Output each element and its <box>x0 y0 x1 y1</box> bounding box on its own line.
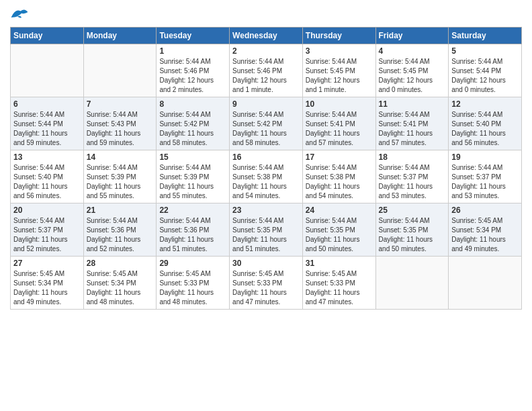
day-info: Sunrise: 5:44 AMSunset: 5:40 PMDaylight:… <box>451 110 519 148</box>
calendar-cell: 16Sunrise: 5:44 AMSunset: 5:38 PMDayligh… <box>230 150 303 203</box>
calendar-cell <box>11 44 84 97</box>
day-info: Sunrise: 5:44 AMSunset: 5:38 PMDaylight:… <box>306 163 373 201</box>
calendar-cell: 13Sunrise: 5:44 AMSunset: 5:40 PMDayligh… <box>11 150 84 203</box>
day-info: Sunrise: 5:44 AMSunset: 5:45 PMDaylight:… <box>306 57 373 95</box>
day-info: Sunrise: 5:44 AMSunset: 5:46 PMDaylight:… <box>159 57 226 95</box>
calendar-cell: 6Sunrise: 5:44 AMSunset: 5:44 PMDaylight… <box>11 97 84 150</box>
day-info: Sunrise: 5:44 AMSunset: 5:45 PMDaylight:… <box>379 57 446 95</box>
calendar-cell: 8Sunrise: 5:44 AMSunset: 5:42 PMDaylight… <box>157 97 230 150</box>
day-number: 4 <box>379 46 446 56</box>
day-info: Sunrise: 5:44 AMSunset: 5:37 PMDaylight:… <box>13 216 81 254</box>
day-number: 24 <box>306 205 373 215</box>
calendar-cell: 24Sunrise: 5:44 AMSunset: 5:35 PMDayligh… <box>302 203 375 257</box>
calendar-cell: 11Sunrise: 5:44 AMSunset: 5:41 PMDayligh… <box>375 97 449 150</box>
day-info: Sunrise: 5:44 AMSunset: 5:42 PMDaylight:… <box>232 110 300 148</box>
day-info: Sunrise: 5:44 AMSunset: 5:41 PMDaylight:… <box>306 110 373 148</box>
day-number: 16 <box>232 152 300 162</box>
day-info: Sunrise: 5:44 AMSunset: 5:35 PMDaylight:… <box>306 216 373 254</box>
calendar-cell: 5Sunrise: 5:44 AMSunset: 5:44 PMDaylight… <box>449 44 522 97</box>
calendar-cell: 22Sunrise: 5:44 AMSunset: 5:36 PMDayligh… <box>157 203 230 257</box>
day-number: 14 <box>87 152 154 162</box>
col-header-tuesday: Tuesday <box>157 28 230 44</box>
calendar-cell: 9Sunrise: 5:44 AMSunset: 5:42 PMDaylight… <box>230 97 303 150</box>
day-number: 5 <box>451 46 519 56</box>
day-info: Sunrise: 5:44 AMSunset: 5:36 PMDaylight:… <box>159 216 226 254</box>
day-number: 10 <box>306 99 373 109</box>
day-number: 22 <box>159 205 226 215</box>
day-number: 3 <box>306 46 373 56</box>
calendar-cell: 27Sunrise: 5:45 AMSunset: 5:34 PMDayligh… <box>11 257 84 310</box>
col-header-saturday: Saturday <box>449 28 522 44</box>
calendar-cell: 12Sunrise: 5:44 AMSunset: 5:40 PMDayligh… <box>449 97 522 150</box>
day-number: 27 <box>13 259 81 268</box>
day-number: 26 <box>451 205 519 215</box>
calendar-cell: 17Sunrise: 5:44 AMSunset: 5:38 PMDayligh… <box>302 150 375 203</box>
day-info: Sunrise: 5:44 AMSunset: 5:46 PMDaylight:… <box>232 57 300 95</box>
day-info: Sunrise: 5:44 AMSunset: 5:41 PMDaylight:… <box>379 110 446 148</box>
day-info: Sunrise: 5:45 AMSunset: 5:34 PMDaylight:… <box>451 216 519 254</box>
calendar-cell: 19Sunrise: 5:44 AMSunset: 5:37 PMDayligh… <box>449 150 522 203</box>
day-info: Sunrise: 5:44 AMSunset: 5:35 PMDaylight:… <box>379 216 446 254</box>
day-number: 9 <box>232 99 300 109</box>
day-number: 25 <box>379 205 446 215</box>
calendar-cell: 28Sunrise: 5:45 AMSunset: 5:34 PMDayligh… <box>83 257 157 310</box>
logo <box>10 7 32 23</box>
day-info: Sunrise: 5:44 AMSunset: 5:39 PMDaylight:… <box>87 163 154 201</box>
day-number: 23 <box>232 205 300 215</box>
col-header-wednesday: Wednesday <box>230 28 303 44</box>
day-info: Sunrise: 5:44 AMSunset: 5:37 PMDaylight:… <box>379 163 446 201</box>
day-info: Sunrise: 5:45 AMSunset: 5:33 PMDaylight:… <box>159 269 226 307</box>
day-number: 17 <box>306 152 373 162</box>
day-number: 18 <box>379 152 446 162</box>
day-number: 29 <box>159 259 226 268</box>
day-info: Sunrise: 5:44 AMSunset: 5:42 PMDaylight:… <box>159 110 226 148</box>
day-number: 11 <box>379 99 446 109</box>
col-header-monday: Monday <box>83 28 157 44</box>
calendar-cell: 14Sunrise: 5:44 AMSunset: 5:39 PMDayligh… <box>83 150 157 203</box>
day-info: Sunrise: 5:44 AMSunset: 5:37 PMDaylight:… <box>451 163 519 201</box>
day-number: 20 <box>13 205 81 215</box>
col-header-thursday: Thursday <box>302 28 375 44</box>
day-info: Sunrise: 5:44 AMSunset: 5:43 PMDaylight:… <box>87 110 154 148</box>
day-info: Sunrise: 5:45 AMSunset: 5:34 PMDaylight:… <box>13 269 81 307</box>
calendar-cell: 29Sunrise: 5:45 AMSunset: 5:33 PMDayligh… <box>157 257 230 310</box>
calendar-cell <box>375 257 449 310</box>
calendar-cell: 15Sunrise: 5:44 AMSunset: 5:39 PMDayligh… <box>157 150 230 203</box>
calendar-table: SundayMondayTuesdayWednesdayThursdayFrid… <box>10 27 522 310</box>
calendar-week-2: 6Sunrise: 5:44 AMSunset: 5:44 PMDaylight… <box>11 97 522 150</box>
day-info: Sunrise: 5:44 AMSunset: 5:36 PMDaylight:… <box>87 216 154 254</box>
calendar-cell: 2Sunrise: 5:44 AMSunset: 5:46 PMDaylight… <box>230 44 303 97</box>
day-number: 7 <box>87 99 154 109</box>
day-info: Sunrise: 5:44 AMSunset: 5:44 PMDaylight:… <box>13 110 81 148</box>
col-header-friday: Friday <box>375 28 449 44</box>
calendar-week-3: 13Sunrise: 5:44 AMSunset: 5:40 PMDayligh… <box>11 150 522 203</box>
logo-bird-icon <box>10 7 29 23</box>
calendar-cell: 26Sunrise: 5:45 AMSunset: 5:34 PMDayligh… <box>449 203 522 257</box>
page: SundayMondayTuesdayWednesdayThursdayFrid… <box>0 0 532 411</box>
header <box>10 7 522 23</box>
day-info: Sunrise: 5:44 AMSunset: 5:35 PMDaylight:… <box>232 216 300 254</box>
calendar-cell <box>449 257 522 310</box>
day-info: Sunrise: 5:45 AMSunset: 5:33 PMDaylight:… <box>306 269 373 307</box>
day-number: 12 <box>451 99 519 109</box>
day-number: 1 <box>159 46 226 56</box>
day-number: 2 <box>232 46 300 56</box>
day-number: 28 <box>87 259 154 268</box>
calendar-cell: 18Sunrise: 5:44 AMSunset: 5:37 PMDayligh… <box>375 150 449 203</box>
col-header-sunday: Sunday <box>11 28 84 44</box>
calendar-cell: 21Sunrise: 5:44 AMSunset: 5:36 PMDayligh… <box>83 203 157 257</box>
day-number: 8 <box>159 99 226 109</box>
calendar-cell: 30Sunrise: 5:45 AMSunset: 5:33 PMDayligh… <box>230 257 303 310</box>
calendar-cell: 25Sunrise: 5:44 AMSunset: 5:35 PMDayligh… <box>375 203 449 257</box>
day-number: 15 <box>159 152 226 162</box>
calendar-header-row: SundayMondayTuesdayWednesdayThursdayFrid… <box>11 28 522 44</box>
day-number: 30 <box>232 259 300 268</box>
day-number: 21 <box>87 205 154 215</box>
calendar-cell: 3Sunrise: 5:44 AMSunset: 5:45 PMDaylight… <box>302 44 375 97</box>
calendar-cell: 7Sunrise: 5:44 AMSunset: 5:43 PMDaylight… <box>83 97 157 150</box>
calendar-week-1: 1Sunrise: 5:44 AMSunset: 5:46 PMDaylight… <box>11 44 522 97</box>
day-info: Sunrise: 5:45 AMSunset: 5:34 PMDaylight:… <box>87 269 154 307</box>
day-info: Sunrise: 5:44 AMSunset: 5:40 PMDaylight:… <box>13 163 81 201</box>
calendar-cell: 1Sunrise: 5:44 AMSunset: 5:46 PMDaylight… <box>157 44 230 97</box>
day-number: 31 <box>306 259 373 268</box>
